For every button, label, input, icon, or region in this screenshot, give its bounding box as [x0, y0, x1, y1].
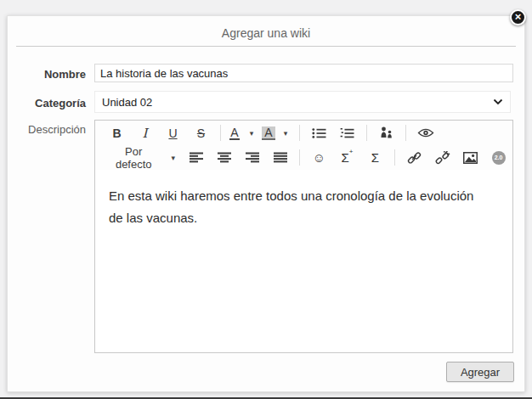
descripcion-label: Descripción [8, 123, 86, 136]
emoticon-button[interactable]: ☺ [307, 148, 331, 168]
close-button[interactable]: × [510, 9, 526, 25]
accessibility-checker-icon [379, 126, 394, 139]
strikethrough-button[interactable]: S [189, 123, 213, 143]
image-icon [463, 152, 478, 164]
screenreader-helper-button[interactable] [413, 123, 438, 143]
unordered-list-icon [312, 127, 326, 139]
categoria-label: Categoría [8, 97, 86, 110]
rich-text-editor: B I U S A ▾ A ▾ [94, 120, 513, 353]
nombre-label: Nombre [8, 68, 86, 81]
eye-icon [417, 127, 434, 138]
toolbar-separator [366, 125, 367, 141]
accessibility-checker-button[interactable] [374, 123, 399, 143]
close-icon: × [515, 11, 522, 23]
description-text: En esta wiki haremos entre todos una cro… [109, 185, 476, 229]
nombre-input[interactable] [94, 64, 513, 82]
paragraph-style-label: Por defecto [106, 145, 161, 171]
ordered-list-button[interactable] [335, 123, 359, 143]
toolbar-separator [220, 125, 221, 141]
equation-icon: Σ+ [342, 150, 354, 165]
image-button[interactable] [458, 148, 483, 168]
special-character-button[interactable]: Σ [363, 148, 388, 168]
bold-button[interactable]: B [105, 123, 129, 143]
dialog-title: Agregar una wiki [8, 26, 524, 40]
font-color-icon: A [229, 126, 239, 140]
font-color-caret[interactable]: ▾ [245, 123, 258, 143]
background-color-caret[interactable]: ▾ [279, 123, 292, 143]
align-left-button[interactable] [184, 148, 208, 168]
toolbar-separator [299, 149, 300, 166]
align-left-icon [190, 152, 203, 163]
unlink-icon [435, 151, 450, 165]
editor-toolbar-row-1: B I U S A ▾ A ▾ [95, 121, 512, 145]
align-center-icon [218, 152, 231, 163]
paragraph-style-menu[interactable]: Por defecto ▾ [103, 148, 178, 168]
align-right-button[interactable] [240, 148, 264, 168]
underline-button[interactable]: U [161, 123, 185, 143]
italic-button[interactable]: I [133, 123, 157, 143]
toolbar-separator [299, 125, 300, 141]
chevron-down-icon [493, 98, 503, 105]
embed-2-0-button[interactable]: 2.0 [486, 148, 511, 168]
special-character-icon: Σ [371, 150, 379, 165]
unordered-list-button[interactable] [307, 123, 331, 143]
emoticon-icon: ☺ [313, 150, 325, 165]
link-button[interactable] [402, 148, 427, 168]
link-icon [407, 151, 422, 165]
editor-content-area[interactable]: En esta wiki haremos entre todos una cro… [95, 170, 512, 352]
justify-icon [274, 152, 287, 163]
font-color-button[interactable]: A [228, 123, 241, 143]
ordered-list-icon [340, 127, 354, 139]
background-color-button[interactable]: A [262, 123, 275, 143]
align-right-icon [246, 152, 259, 163]
equation-button[interactable]: Σ+ [335, 148, 359, 168]
background-color-icon: A [262, 126, 274, 140]
toolbar-separator [394, 149, 395, 166]
justify-button[interactable] [268, 148, 292, 168]
align-center-button[interactable] [212, 148, 236, 168]
toolbar-separator [405, 125, 406, 141]
categoria-selected-value: Unidad 02 [102, 96, 152, 109]
agregar-button[interactable]: Agregar [446, 362, 514, 382]
title-divider [16, 46, 516, 47]
badge-2-0-icon: 2.0 [492, 151, 506, 165]
unlink-button[interactable] [430, 148, 455, 168]
add-wiki-dialog: Agregar una wiki Nombre Categoría Unidad… [7, 15, 525, 392]
paragraph-style-caret: ▾ [171, 154, 175, 162]
editor-toolbar-row-2: Por defecto ▾ [95, 145, 512, 170]
categoria-select[interactable]: Unidad 02 [94, 91, 511, 113]
